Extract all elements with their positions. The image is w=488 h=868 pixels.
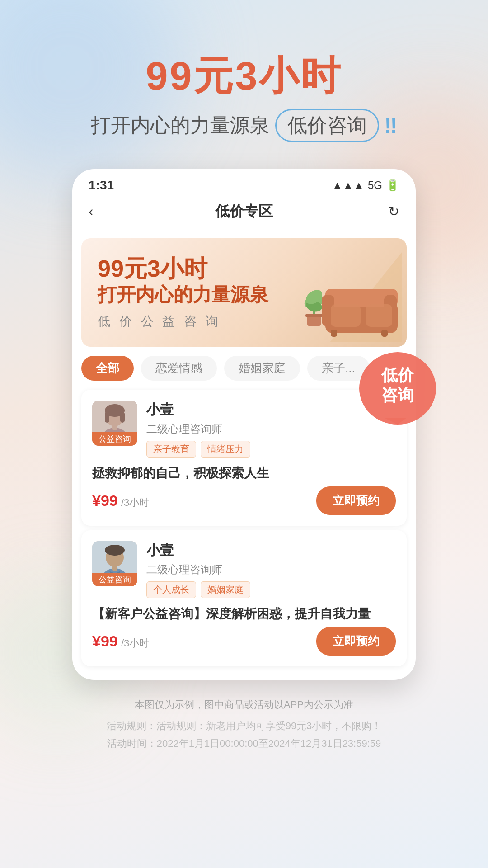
nav-back-button[interactable]: ‹ bbox=[89, 203, 94, 220]
counselor-desc-1: 拯救抑郁的自己，积极探索人生 bbox=[92, 465, 396, 482]
disclaimer-main: 本图仅为示例，图中商品或活动以APP内公示为准 bbox=[107, 698, 382, 712]
disclaimer-section: 本图仅为示例，图中商品或活动以APP内公示为准 活动规则：活动规则：新老用户均可… bbox=[80, 680, 409, 780]
status-bar: 1:31 ▲▲▲ 5G 🔋 bbox=[72, 169, 416, 197]
page-content: 99元3小时 打开内心的力量源泉 低价咨询 ‼ 低价 咨询 1:31 bbox=[0, 0, 488, 780]
svg-rect-16 bbox=[366, 304, 392, 327]
price-unit-2: /3小时 bbox=[121, 637, 149, 649]
tag-emotion: 情绪压力 bbox=[201, 441, 250, 458]
counselor-tags-2: 个人成长 婚姻家庭 bbox=[146, 581, 396, 598]
hero-subtitle-text: 打开内心的力量源泉 bbox=[91, 112, 270, 139]
counselor-info-2: 小壹 二级心理咨询师 个人成长 婚姻家庭 bbox=[146, 541, 396, 598]
phone-mockup-area: 低价 咨询 1:31 ▲▲▲ 5G 🔋 ‹ 低价专区 ↻ bbox=[50, 169, 438, 680]
svg-rect-22 bbox=[105, 412, 109, 423]
floating-badge-container: 低价 咨询 bbox=[357, 350, 438, 442]
counselor-avatar-2: 公益咨询 bbox=[92, 541, 137, 586]
battery-icon: 🔋 bbox=[386, 179, 399, 192]
counselor-footer-2: ¥99 /3小时 立即预约 bbox=[92, 627, 396, 656]
counselor-price-1: ¥99 /3小时 bbox=[92, 492, 149, 509]
hero-section: 99元3小时 打开内心的力量源泉 低价咨询 ‼ bbox=[91, 0, 398, 160]
svg-rect-25 bbox=[112, 424, 117, 430]
svg-rect-6 bbox=[305, 314, 323, 317]
tag-marriage: 婚姻家庭 bbox=[201, 581, 250, 598]
tab-love[interactable]: 恋爱情感 bbox=[141, 356, 217, 381]
counselor-price-2: ¥99 /3小时 bbox=[92, 632, 149, 650]
hero-subtitle: 打开内心的力量源泉 低价咨询 ‼ bbox=[91, 109, 398, 142]
svg-rect-15 bbox=[331, 304, 361, 327]
counselor-card-2: 公益咨询 小壹 二级心理咨询师 个人成长 婚姻家庭 【新客户公益咨询】深度解析困… bbox=[81, 530, 407, 666]
signal-icon: ▲▲▲ bbox=[332, 179, 364, 192]
price-amount-2: ¥99 bbox=[92, 632, 118, 650]
svg-text:低价: 低价 bbox=[381, 366, 415, 384]
counselor-header-2: 公益咨询 小壹 二级心理咨询师 个人成长 婚姻家庭 bbox=[92, 541, 396, 598]
hero-subtitle-highlight: 低价咨询 bbox=[275, 109, 379, 142]
counselor-level-2: 二级心理咨询师 bbox=[146, 562, 396, 577]
book-button-2[interactable]: 立即预约 bbox=[316, 627, 396, 656]
svg-rect-18 bbox=[381, 330, 388, 337]
status-time: 1:31 bbox=[89, 178, 114, 193]
counselor-desc-2: 【新客户公益咨询】深度解析困惑，提升自我力量 bbox=[92, 605, 396, 623]
svg-rect-23 bbox=[120, 412, 125, 423]
phone-nav: ‹ 低价专区 ↻ bbox=[72, 197, 416, 229]
counselor-header-1: 公益咨询 小壹 二级心理咨询师 亲子教育 情绪压力 bbox=[92, 401, 396, 458]
nav-share-button[interactable]: ↻ bbox=[388, 203, 399, 219]
svg-point-28 bbox=[105, 545, 125, 556]
avatar-badge-2: 公益咨询 bbox=[92, 573, 137, 586]
hero-title: 99元3小时 bbox=[91, 54, 398, 98]
counselor-tags-1: 亲子教育 情绪压力 bbox=[146, 441, 396, 458]
banner-decoration bbox=[289, 238, 407, 347]
tag-growth: 个人成长 bbox=[146, 581, 196, 598]
counselor-footer-1: ¥99 /3小时 立即预约 bbox=[92, 486, 396, 515]
disclaimer-time-text: 活动时间：2022年1月1日00:00:00至2024年12月31日23:59:… bbox=[107, 735, 382, 753]
price-unit-1: /3小时 bbox=[121, 497, 149, 508]
status-icons: ▲▲▲ 5G 🔋 bbox=[332, 179, 399, 192]
svg-rect-30 bbox=[112, 565, 117, 571]
avatar-badge-1: 公益咨询 bbox=[92, 432, 137, 446]
banner-card: 99元3小时 打开内心的力量源泉 低 价 公 益 咨 询 bbox=[81, 238, 407, 347]
svg-text:咨询: 咨询 bbox=[381, 386, 414, 404]
tab-marriage[interactable]: 婚姻家庭 bbox=[224, 356, 300, 381]
svg-rect-17 bbox=[331, 330, 337, 337]
hero-exclamation: ‼ bbox=[385, 113, 398, 138]
counselor-avatar-1: 公益咨询 bbox=[92, 401, 137, 446]
disclaimer-rules-text: 活动规则：活动规则：新老用户均可享受99元3小时，不限购！ bbox=[107, 717, 382, 735]
network-type: 5G bbox=[368, 179, 382, 192]
tag-parenting: 亲子教育 bbox=[146, 441, 196, 458]
tab-all[interactable]: 全部 bbox=[81, 356, 134, 381]
price-amount-1: ¥99 bbox=[92, 492, 118, 509]
banner-illustration bbox=[294, 252, 402, 342]
floating-badge: 低价 咨询 bbox=[357, 350, 438, 440]
disclaimer-rules: 活动规则：活动规则：新老用户均可享受99元3小时，不限购！ 活动时间：2022年… bbox=[107, 717, 382, 753]
nav-title: 低价专区 bbox=[215, 202, 273, 222]
counselor-name-2: 小壹 bbox=[146, 541, 396, 560]
book-button-1[interactable]: 立即预约 bbox=[316, 486, 396, 515]
